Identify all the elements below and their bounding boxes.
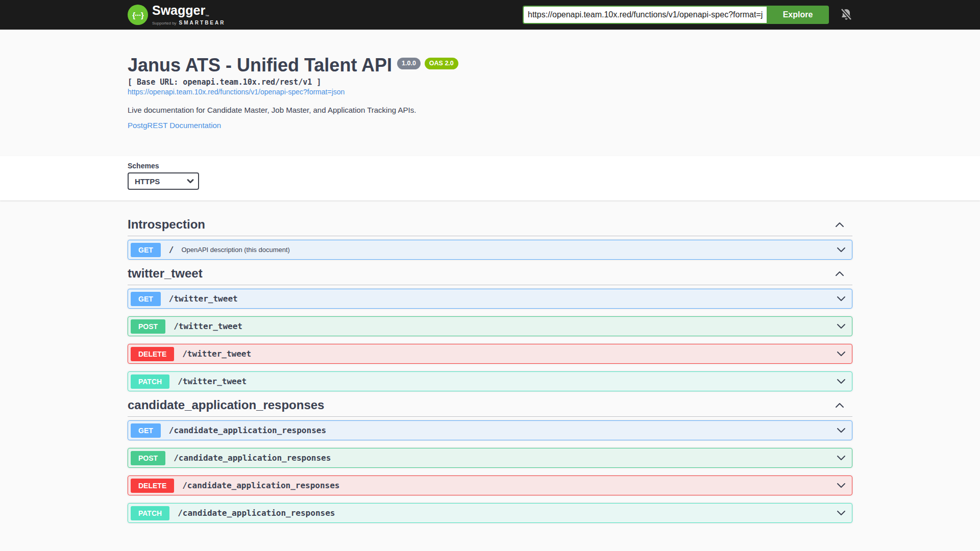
schemes-select[interactable]: HTTPS (128, 172, 199, 190)
explore-button[interactable]: Explore (767, 6, 829, 24)
version-badge: 1.0.0 (397, 58, 421, 69)
tag-header-candidate-application-responses[interactable]: candidate_application_responses (128, 397, 852, 417)
method-badge: DELETE (131, 347, 174, 361)
chevron-up-icon (834, 270, 845, 277)
operation-path: /candidate_application_responses (182, 481, 339, 490)
swagger-wordmark: Swagger™ (152, 4, 225, 19)
expand-operation-button[interactable] (836, 378, 847, 385)
expand-operation-button[interactable] (836, 295, 847, 303)
swagger-logo-glyph: {···} (132, 11, 143, 19)
tag-title: candidate_application_responses (128, 397, 324, 413)
opblock-patch-candidate-application-responses[interactable]: PATCH /candidate_application_responses (128, 503, 852, 523)
chevron-down-icon (836, 295, 847, 303)
supported-by-label: Supported by (152, 21, 177, 26)
chevron-up-icon (834, 221, 845, 228)
operations-area: Introspection GET / OpenAPI description … (0, 201, 980, 538)
tag-title: twitter_tweet (128, 266, 203, 281)
opblock-post-twitter-tweet[interactable]: POST /twitter_tweet (128, 316, 852, 336)
chevron-down-icon (836, 378, 847, 385)
expand-operation-button[interactable] (836, 510, 847, 517)
opblock-get-root[interactable]: GET / OpenAPI description (this document… (128, 240, 852, 260)
chevron-up-icon (834, 402, 845, 409)
scheme-container: Schemes HTTPS (0, 156, 980, 201)
chevron-down-icon (836, 455, 847, 462)
trademark-symbol: ™ (205, 14, 209, 19)
tag-section-candidate-application-responses: candidate_application_responses GET /can… (128, 397, 852, 523)
chevron-down-icon (836, 427, 847, 434)
method-badge: DELETE (131, 479, 174, 493)
operation-path: /candidate_application_responses (178, 508, 335, 518)
expand-operation-button[interactable] (836, 427, 847, 434)
opblock-patch-twitter-tweet[interactable]: PATCH /twitter_tweet (128, 371, 852, 391)
page-title: Janus ATS - Unified Talent API (128, 55, 392, 76)
schemes-label: Schemes (128, 162, 159, 170)
expand-operation-button[interactable] (836, 482, 847, 489)
base-url: [ Base URL: openapi.team.10x.red/rest/v1… (128, 78, 852, 87)
expand-operation-button[interactable] (836, 246, 847, 254)
opblock-post-candidate-application-responses[interactable]: POST /candidate_application_responses (128, 448, 852, 468)
method-badge: GET (131, 423, 161, 438)
operation-summary: OpenAPI description (this document) (181, 246, 289, 254)
operation-path: /twitter_tweet (178, 377, 247, 386)
topbar: {···} Swagger™ Supported by SMARTBEAR Ex… (0, 0, 980, 30)
operation-path: /twitter_tweet (182, 349, 251, 359)
api-info-section: Janus ATS - Unified Talent API 1.0.0 OAS… (0, 30, 980, 156)
operation-path: /twitter_tweet (169, 294, 238, 304)
method-badge: GET (131, 292, 161, 306)
spec-url-link[interactable]: https://openapi.team.10x.red/functions/v… (128, 88, 852, 96)
notifications-muted-icon[interactable] (840, 8, 852, 22)
method-badge: POST (131, 319, 165, 334)
tag-header-introspection[interactable]: Introspection (128, 217, 852, 236)
chevron-down-icon (836, 323, 847, 330)
tag-header-twitter-tweet[interactable]: twitter_tweet (128, 266, 852, 285)
chevron-down-icon (836, 350, 847, 358)
opblock-get-candidate-application-responses[interactable]: GET /candidate_application_responses (128, 420, 852, 440)
operation-path: /twitter_tweet (174, 321, 242, 331)
smartbear-brand: SMARTBEAR (179, 20, 226, 26)
swagger-logo-link[interactable]: {···} Swagger™ Supported by SMARTBEAR (128, 4, 225, 26)
opblock-get-twitter-tweet[interactable]: GET /twitter_tweet (128, 289, 852, 309)
spec-url-form: Explore (523, 6, 829, 24)
collapse-section-button[interactable] (834, 402, 845, 409)
chevron-down-icon (836, 510, 847, 517)
method-badge: PATCH (131, 506, 169, 520)
operation-path: /candidate_application_responses (169, 425, 326, 435)
expand-operation-button[interactable] (836, 323, 847, 330)
expand-operation-button[interactable] (836, 455, 847, 462)
spec-url-input[interactable] (523, 6, 767, 24)
chevron-down-icon (836, 246, 847, 254)
collapse-section-button[interactable] (834, 270, 845, 277)
method-badge: PATCH (131, 374, 169, 389)
opblock-delete-twitter-tweet[interactable]: DELETE /twitter_tweet (128, 344, 852, 364)
tag-section-twitter-tweet: twitter_tweet GET /twitter_tweet POST /t… (128, 266, 852, 391)
method-badge: GET (131, 243, 161, 257)
opblock-delete-candidate-application-responses[interactable]: DELETE /candidate_application_responses (128, 475, 852, 495)
api-description: Live documentation for Candidate Master,… (128, 106, 852, 115)
method-badge: POST (131, 451, 165, 465)
oas-badge: OAS 2.0 (425, 58, 458, 69)
expand-operation-button[interactable] (836, 350, 847, 358)
operation-path: / (169, 245, 174, 255)
operation-path: /candidate_application_responses (174, 453, 331, 463)
tag-title: Introspection (128, 217, 205, 232)
chevron-down-icon (836, 482, 847, 489)
collapse-section-button[interactable] (834, 221, 845, 228)
tag-section-introspection: Introspection GET / OpenAPI description … (128, 217, 852, 260)
swagger-logo-icon: {···} (128, 5, 148, 25)
postgrest-doc-link[interactable]: PostgREST Documentation (128, 121, 221, 130)
supported-by-line: Supported by SMARTBEAR (152, 20, 225, 26)
